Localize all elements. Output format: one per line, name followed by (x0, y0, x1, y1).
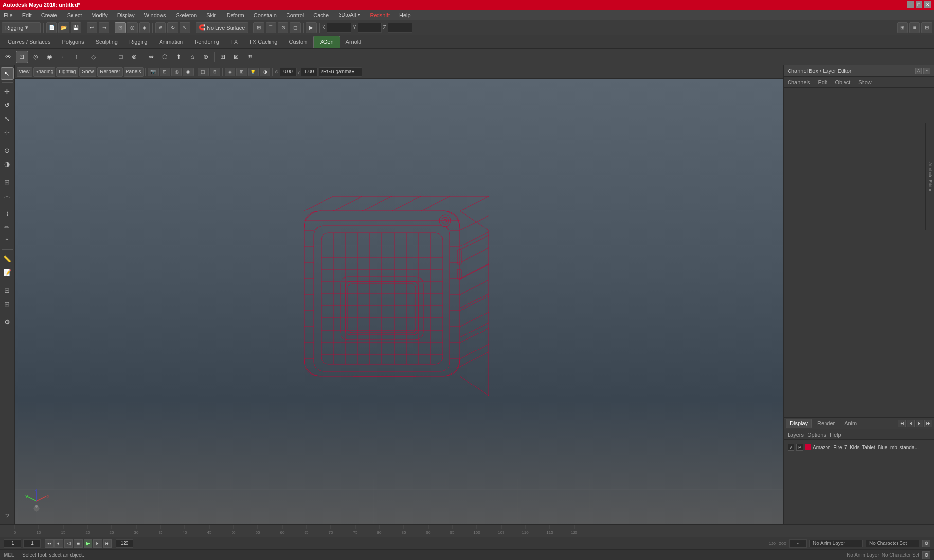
select-vertex-btn[interactable]: ◇ (87, 51, 100, 63)
select-edge-btn[interactable]: — (101, 51, 113, 63)
fill-hole-btn[interactable]: ⊕ (199, 51, 212, 63)
window-controls[interactable]: – □ ✕ (907, 1, 931, 8)
layout-button-3[interactable]: ⊟ (921, 22, 932, 33)
layers-sub-tab[interactable]: Layers (788, 432, 804, 438)
select-uvs-btn[interactable]: ⊗ (128, 51, 141, 63)
select-face-btn[interactable]: □ (114, 51, 127, 63)
extrude-btn[interactable]: ⬆ (172, 51, 185, 63)
channels-tab[interactable]: Channels (786, 78, 812, 86)
scale-tool-button[interactable]: ⤡ (180, 22, 190, 33)
tab-curves-surfaces[interactable]: Curves / Surfaces (2, 36, 56, 48)
separate-btn[interactable]: ⊠ (230, 51, 243, 63)
lasso-tool-button[interactable]: ◎ (127, 22, 138, 33)
panel-close-btn[interactable]: ✕ (923, 68, 930, 74)
grid-btn[interactable]: ⊞ (1, 298, 14, 310)
select-tool-button[interactable]: ⊡ (115, 22, 126, 33)
snap-point-button[interactable]: ⊙ (278, 22, 288, 33)
anim-char-options-btn[interactable]: ⚙ (922, 540, 930, 547)
scale-btn[interactable]: ⤡ (1, 112, 14, 125)
coord-x-input[interactable] (327, 23, 351, 33)
show-manip-btn[interactable]: ⊞ (1, 175, 14, 188)
normals-btn[interactable]: ↑ (70, 51, 83, 63)
tab-xgen[interactable]: XGen (313, 36, 340, 48)
render-button[interactable]: ▶ (306, 22, 317, 33)
layer-playback-toggle[interactable]: P (796, 444, 803, 451)
coord-z-input[interactable] (388, 23, 412, 33)
mirror-btn[interactable]: ⇔ (145, 51, 158, 63)
measure-btn[interactable]: 📏 (1, 252, 14, 265)
move-btn[interactable]: ✛ (1, 85, 14, 98)
snap-grid-button[interactable]: ⊞ (253, 22, 264, 33)
tab-rigging[interactable]: Rigging (124, 36, 153, 48)
wireframe-btn[interactable]: ◎ (29, 51, 42, 63)
menu-control[interactable]: Control (285, 11, 305, 19)
coord-y-input[interactable] (358, 23, 382, 33)
smooth-btn[interactable]: ◉ (43, 51, 55, 63)
close-button[interactable]: ✕ (924, 1, 931, 8)
redo-button[interactable]: ↪ (99, 22, 109, 33)
menu-create[interactable]: Create (39, 11, 59, 19)
vp-smooth-btn[interactable]: ◎ (171, 68, 182, 76)
menu-skeleton[interactable]: Skeleton (174, 11, 198, 19)
no-live-surface-button[interactable]: 🧲 No Live Surface (196, 22, 248, 33)
combine-btn[interactable]: ⊞ (216, 51, 229, 63)
playback-end-input[interactable] (116, 539, 133, 548)
points-btn[interactable]: · (56, 51, 69, 63)
curve-tool-btn[interactable]: ⌒ (1, 193, 14, 206)
layer-nav-next[interactable]: ⏵ (916, 420, 923, 427)
vp-show-menu[interactable]: Show (79, 67, 96, 77)
layout-button-1[interactable]: ⊞ (897, 22, 908, 33)
anim-tab[interactable]: Anim (840, 419, 861, 428)
start-frame-input[interactable] (4, 539, 21, 548)
menu-windows[interactable]: Windows (143, 11, 168, 19)
vp-isolate-btn[interactable]: ◳ (198, 68, 209, 76)
vp-shadow-btn[interactable]: ◑ (260, 68, 270, 76)
universal-btn[interactable]: ⊹ (1, 126, 14, 139)
go-to-start-btn[interactable]: ⏮ (45, 539, 54, 548)
menu-deform[interactable]: Deform (225, 11, 246, 19)
menu-display[interactable]: Display (115, 11, 137, 19)
vp-renderer-menu[interactable]: Renderer (97, 67, 123, 77)
tab-custom[interactable]: Custom (284, 36, 314, 48)
layer-visibility-toggle[interactable]: V (788, 444, 794, 451)
menu-help[interactable]: Help (397, 11, 413, 19)
minimize-button[interactable]: – (907, 1, 914, 8)
display-options-btn[interactable]: ⊟ (1, 284, 14, 297)
new-scene-button[interactable]: 📄 (46, 22, 57, 33)
arrow-select-btn[interactable]: ↖ (1, 67, 14, 80)
status-gear-btn[interactable]: ⚙ (922, 551, 930, 559)
tab-fx-caching[interactable]: FX Caching (244, 36, 283, 48)
move-tool-button[interactable]: ⊕ (155, 22, 166, 33)
stop-btn[interactable]: ■ (74, 539, 83, 548)
vp-camera-btn[interactable]: 📷 (148, 68, 159, 76)
show-tab[interactable]: Show (856, 78, 874, 86)
gamma-input[interactable] (301, 68, 318, 76)
smooth-mesh-btn[interactable]: ≋ (244, 51, 256, 63)
layer-color-swatch[interactable] (805, 444, 811, 450)
annotation-btn[interactable]: 📝 (1, 266, 14, 279)
vp-shaded-btn[interactable]: ◉ (183, 68, 194, 76)
ep-curve-btn[interactable]: ⌇ (1, 207, 14, 220)
panel-float-btn[interactable]: ⬡ (915, 68, 922, 74)
three-point-btn[interactable]: ⌃ (1, 234, 14, 247)
layout-button-2[interactable]: ≡ (909, 22, 920, 33)
tab-polygons[interactable]: Polygons (56, 36, 90, 48)
maximize-button[interactable]: □ (916, 1, 922, 8)
pencil-btn[interactable]: ✏ (1, 221, 14, 233)
menu-cache[interactable]: Cache (311, 11, 331, 19)
render-tab[interactable]: Render (813, 419, 839, 428)
play-back-btn[interactable]: ◁ (64, 539, 73, 548)
bevel-btn[interactable]: ⬡ (159, 51, 171, 63)
tab-fx[interactable]: FX (225, 36, 244, 48)
vp-xray-btn[interactable]: ◈ (225, 68, 235, 76)
vp-panels-menu[interactable]: Panels (124, 67, 144, 77)
character-set-display[interactable]: No Character Set (866, 540, 919, 547)
visibility-icon-btn[interactable]: 👁 (2, 51, 15, 63)
options-sub-tab[interactable]: Options (808, 432, 826, 438)
rotate-tool-button[interactable]: ↻ (167, 22, 178, 33)
step-back-btn[interactable]: ⏴ (54, 539, 63, 548)
menu-file[interactable]: File (2, 11, 15, 19)
sculpt-btn[interactable]: ◑ (1, 158, 14, 170)
colorspace-dropdown[interactable]: sRGB gamma ▾ (319, 67, 362, 77)
object-tab[interactable]: Object (833, 78, 852, 86)
